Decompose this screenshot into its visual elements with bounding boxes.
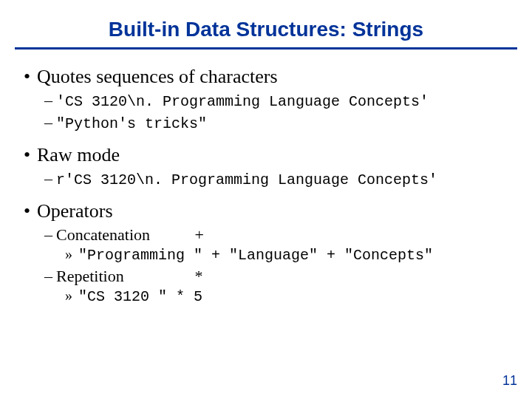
code-example: r'CS 3120\n. Programming Language Concep… (56, 171, 437, 188)
dash-icon: – (44, 113, 56, 132)
bullet-icon: • (24, 200, 37, 222)
bullet-quotes-label: Quotes sequences of characters (37, 66, 278, 88)
sub-sub-bullet: » "Programming " + "Language" + "Concept… (24, 246, 514, 264)
code-example: 'CS 3120\n. Programming Language Concept… (56, 93, 429, 110)
raquo-icon: » (65, 287, 78, 304)
slide: Built-in Data Structures: Strings • Quot… (0, 0, 532, 399)
page-number: 11 (502, 373, 517, 389)
sub-sub-bullet: » "CS 3120 " * 5 (24, 287, 514, 305)
dash-icon: – (44, 91, 56, 110)
repeat-symbol: * (195, 267, 203, 285)
sub-bullet-concat: – Concatenation + (24, 225, 514, 245)
code-example: "CS 3120 " * 5 (78, 288, 202, 305)
bullet-icon: • (24, 66, 37, 88)
sub-bullet: – "Python's tricks" (24, 113, 514, 132)
concat-label: Concatenation (56, 225, 191, 245)
sub-bullet: – 'CS 3120\n. Programming Language Conce… (24, 91, 514, 110)
bullet-raw-label: Raw mode (37, 144, 120, 166)
title-underline (15, 47, 517, 50)
bullet-operators-label: Operators (37, 200, 113, 222)
concat-symbol: + (195, 225, 204, 244)
code-example: "Programming " + "Language" + "Concepts" (78, 247, 433, 264)
bullet-quotes: • Quotes sequences of characters (24, 66, 514, 88)
dash-icon: – (44, 169, 56, 188)
sub-bullet: – r'CS 3120\n. Programming Language Conc… (24, 169, 514, 188)
sub-bullet-repeat: – Repetition * (24, 267, 514, 286)
slide-title: Built-in Data Structures: Strings (15, 18, 517, 41)
bullet-icon: • (24, 144, 37, 166)
slide-content: • Quotes sequences of characters – 'CS 3… (15, 66, 517, 305)
dash-icon: – (44, 267, 56, 286)
repeat-label: Repetition (56, 267, 191, 286)
bullet-raw: • Raw mode (24, 144, 514, 166)
dash-icon: – (44, 225, 56, 245)
raquo-icon: » (65, 246, 78, 263)
bullet-operators: • Operators (24, 200, 514, 222)
code-example: "Python's tricks" (56, 115, 207, 132)
